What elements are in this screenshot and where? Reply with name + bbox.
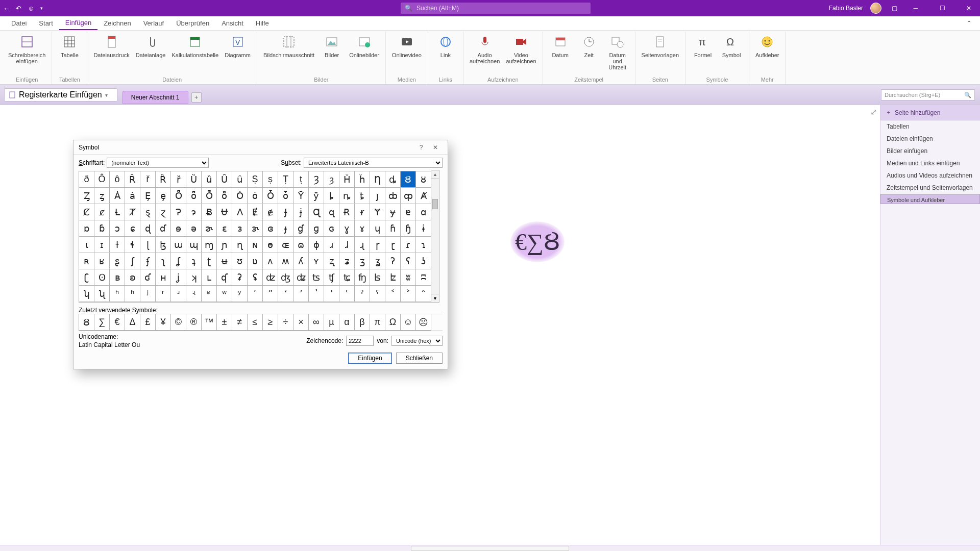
ribbon-button[interactable]: Datum: [546, 32, 575, 58]
recent-symbol-cell[interactable]: Ω: [385, 314, 401, 331]
symbol-cell[interactable]: ʈ: [202, 253, 217, 269]
symbol-cell[interactable]: ʁ: [94, 253, 110, 269]
symbol-cell[interactable]: ɞ: [263, 220, 278, 237]
symbol-cell[interactable]: ɷ: [293, 237, 309, 253]
symbol-cell[interactable]: ʞ: [186, 269, 202, 286]
symbol-cell[interactable]: Ȥ: [79, 188, 94, 204]
symbol-cell[interactable]: ɹ: [324, 237, 339, 253]
symbol-cell[interactable]: Ô: [94, 171, 110, 188]
recent-symbol-cell[interactable]: £: [140, 314, 156, 331]
recent-symbol-cell[interactable]: ±: [217, 314, 232, 331]
symbol-cell[interactable]: Ⱦ: [125, 204, 140, 220]
symbol-cell[interactable]: Ȣ: [401, 171, 416, 188]
symbol-cell[interactable]: ʕ: [401, 253, 416, 269]
ribbon-button[interactable]: Link: [431, 32, 460, 58]
page-list-item[interactable]: Bilder einfügen: [880, 145, 980, 157]
symbol-cell[interactable]: ɭ: [140, 237, 156, 253]
recent-symbol-cell[interactable]: ≥: [263, 314, 278, 331]
symbol-cell[interactable]: ʵ: [186, 286, 202, 302]
symbol-cell[interactable]: ʼ: [293, 286, 309, 302]
symbol-cell[interactable]: ɯ: [171, 237, 186, 253]
symbol-cell[interactable]: Ȟ: [339, 171, 355, 188]
symbol-cell[interactable]: ʗ: [79, 269, 94, 286]
symbol-cell[interactable]: ʬ: [401, 269, 416, 286]
symbol-cell[interactable]: ʪ: [370, 269, 385, 286]
recent-symbol-cell[interactable]: β: [355, 314, 370, 331]
symbol-cell[interactable]: ɗ: [156, 220, 171, 237]
symbol-cell[interactable]: ȥ: [94, 188, 110, 204]
ribbon-button[interactable]: Bildschirmausschnitt: [260, 32, 317, 58]
symbol-cell[interactable]: ȧ: [125, 188, 140, 204]
symbol-cell[interactable]: ʀ: [79, 253, 94, 269]
symbol-cell[interactable]: ɝ: [248, 220, 263, 237]
recent-symbol-cell[interactable]: Ȣ: [79, 314, 94, 331]
symbol-cell[interactable]: ɛ: [217, 220, 232, 237]
encoding-select[interactable]: Unicode (hex): [391, 336, 443, 346]
symbol-cell[interactable]: ɢ: [324, 220, 339, 237]
symbol-cell[interactable]: ʺ: [263, 286, 278, 302]
window-layout-icon[interactable]: ▢: [892, 5, 897, 12]
undo-icon[interactable]: ↶: [16, 5, 21, 12]
symbol-cell[interactable]: ʫ: [385, 269, 401, 286]
symbol-cell[interactable]: ʶ: [202, 286, 217, 302]
symbol-cell[interactable]: ʢ: [248, 269, 263, 286]
symbol-cell[interactable]: Ș: [248, 171, 263, 188]
symbol-cell[interactable]: Ȭ: [202, 188, 217, 204]
ribbon-button[interactable]: Onlinevideo: [389, 32, 425, 58]
symbol-cell[interactable]: Ȕ: [186, 171, 202, 188]
recent-symbol-cell[interactable]: π: [370, 314, 385, 331]
symbol-cell[interactable]: ʃ: [125, 253, 140, 269]
symbol-cell[interactable]: ɋ: [324, 204, 339, 220]
symbol-cell[interactable]: Ƀ: [202, 204, 217, 220]
recent-symbol-cell[interactable]: ÷: [278, 314, 293, 331]
symbol-cell[interactable]: ʹ: [248, 286, 263, 302]
symbol-cell[interactable]: ɓ: [94, 220, 110, 237]
symbol-cell[interactable]: Ȝ: [309, 171, 324, 188]
symbol-cell[interactable]: ʊ: [232, 253, 248, 269]
ribbon-button[interactable]: VDiagramm: [222, 32, 254, 58]
recent-symbol-cell[interactable]: µ: [324, 314, 339, 331]
symbol-cell[interactable]: ɉ: [293, 204, 309, 220]
insert-button[interactable]: EEinfügeninfügen: [348, 353, 391, 364]
search-box[interactable]: 🔍: [401, 3, 591, 14]
recent-symbol-cell[interactable]: ☹: [416, 314, 431, 331]
symbol-cell[interactable]: ɽ: [385, 237, 401, 253]
symbol-cell[interactable]: ʩ: [355, 269, 370, 286]
symbol-cell[interactable]: ț: [293, 171, 309, 188]
symbol-cell[interactable]: ɬ: [125, 237, 140, 253]
symbol-cell[interactable]: ʧ: [324, 269, 339, 286]
symbol-cell[interactable]: ɚ: [202, 220, 217, 237]
symbol-cell[interactable]: ȳ: [309, 188, 324, 204]
dialog-help-button[interactable]: ?: [414, 144, 428, 151]
symbol-cell[interactable]: ȴ: [324, 188, 339, 204]
page-search[interactable]: Durchsuchen (Strg+E) 🔍: [881, 89, 975, 101]
symbol-cell[interactable]: ə: [186, 220, 202, 237]
symbol-cell[interactable]: ɲ: [217, 237, 232, 253]
symbol-cell[interactable]: ʽ: [309, 286, 324, 302]
symbol-cell[interactable]: ɺ: [339, 237, 355, 253]
symbol-cell[interactable]: ʄ: [140, 253, 156, 269]
recent-symbol-cell[interactable]: ®: [186, 314, 202, 331]
symbol-cell[interactable]: Ɉ: [278, 204, 293, 220]
symbol-cell[interactable]: ř: [140, 171, 156, 188]
symbol-cell[interactable]: ʷ: [217, 286, 232, 302]
symbol-cell[interactable]: ɧ: [401, 220, 416, 237]
symbol-cell[interactable]: ȱ: [278, 188, 293, 204]
emoji-icon[interactable]: ☺: [28, 5, 34, 12]
symbol-cell[interactable]: ɔ: [110, 220, 125, 237]
symbol-cell[interactable]: ȣ: [416, 171, 431, 188]
symbol-cell[interactable]: ȸ: [385, 188, 401, 204]
scroll-thumb[interactable]: [432, 199, 438, 209]
symbol-cell[interactable]: ʭ: [416, 269, 431, 286]
symbol-cell[interactable]: ʟ: [202, 269, 217, 286]
symbol-cell[interactable]: ʻ: [278, 286, 293, 302]
symbol-cell[interactable]: Ɏ: [370, 204, 385, 220]
symbol-cell[interactable]: Ɂ: [171, 204, 186, 220]
symbol-cell[interactable]: ʡ: [232, 269, 248, 286]
symbol-cell[interactable]: ȯ: [248, 188, 263, 204]
page-list-item[interactable]: Medien und Links einfügen: [880, 157, 980, 169]
close-window-button[interactable]: ✕: [958, 0, 980, 16]
symbol-cell[interactable]: ʯ: [94, 286, 110, 302]
symbol-cell[interactable]: ʝ: [171, 269, 186, 286]
ribbon-tab[interactable]: Start: [33, 16, 59, 30]
